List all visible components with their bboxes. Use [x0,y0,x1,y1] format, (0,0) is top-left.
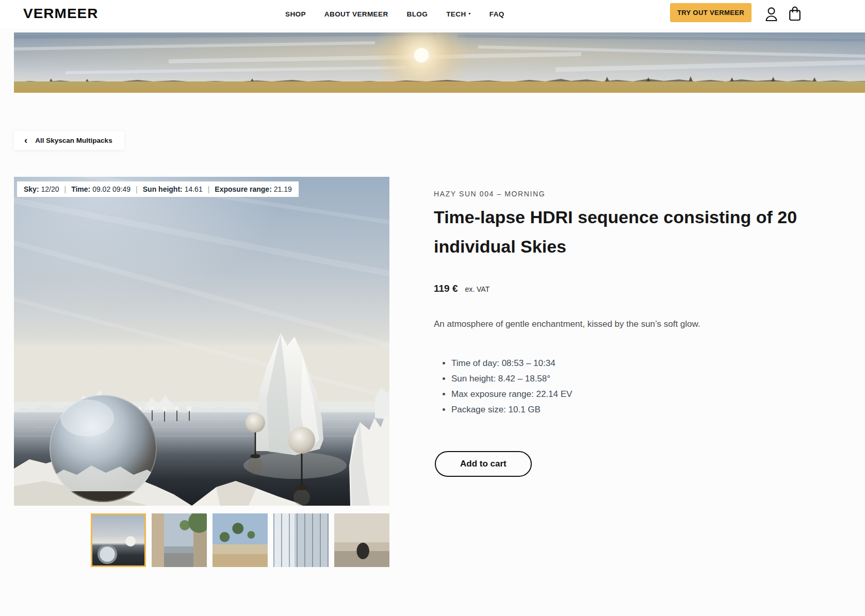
try-out-vermeer-button[interactable]: TRY OUT VERMEER [670,3,752,22]
back-to-multipacks-button[interactable]: ‹ All Skyscan Multipacks [14,131,124,150]
spec-sun-height: Sun height: 8.42 – 18.58° [451,371,572,387]
overlay-time-label: Time: [71,185,90,193]
spec-time-of-day: Time of day: 08:53 – 10:34 [451,356,572,371]
product-price: 119 € [434,283,458,294]
overlay-sky-value: 12/20 [41,185,59,193]
thumbnail-city-street[interactable] [152,513,207,567]
spec-exposure-range: Max exposure range: 22.14 EV [451,387,572,402]
product-title: Time-lapse HDRI sequence consisting of 2… [434,203,865,261]
main-nav: SHOP ABOUT VERMEER BLOG TECH • FAQ [285,0,504,28]
product-page: VERMEER SHOP ABOUT VERMEER BLOG TECH • F… [0,0,865,616]
overlay-sun-height-label: Sun height: [143,185,183,193]
thumbnail-interior[interactable] [273,513,329,567]
nav-about-vermeer[interactable]: ABOUT VERMEER [324,10,388,18]
account-icon[interactable] [765,6,778,24]
spec-package-size: Package size: 10.1 GB [451,402,572,418]
overlay-separator: | [207,185,210,193]
overlay-sky-label: Sky: [24,185,39,193]
price-row: 119 € ex. VAT [434,283,489,294]
product-description: An atmosphere of gentle enchantment, kis… [434,319,846,329]
product-eyebrow: HAZY SUN 004 – MORNING [434,190,545,198]
sky-info-overlay: Sky: 12/20 | Time: 09.02 09:49 | Sun hei… [17,181,299,197]
overlay-separator: | [135,185,138,193]
tax-note: ex. VAT [465,285,490,293]
nav-tech-label: TECH [446,10,466,18]
overlay-exposure-label: Exposure range: [215,185,271,193]
arctic-scene-illustration [14,177,389,506]
thumbnail-strip [91,513,389,567]
spec-list: Time of day: 08:53 – 10:34 Sun height: 8… [443,356,572,418]
nav-faq[interactable]: FAQ [489,10,504,18]
back-button-label: All Skyscan Multipacks [35,137,112,144]
overlay-exposure-value: 21.19 [274,185,292,193]
dropdown-indicator-icon: • [469,10,471,16]
thumbnail-arctic-scene[interactable] [91,513,146,567]
vermeer-logo[interactable]: VERMEER [23,6,98,21]
overlay-sun-height-value: 14.61 [185,185,203,193]
add-to-cart-button[interactable]: Add to cart [435,451,532,477]
nav-tech[interactable]: TECH • [446,10,471,18]
thumbnail-road-car[interactable] [334,513,389,567]
nav-blog[interactable]: BLOG [407,10,428,18]
nav-shop[interactable]: SHOP [285,10,306,18]
thumbnail-tropical-beach[interactable] [213,513,268,567]
overlay-time-value: 09.02 09:49 [92,185,130,193]
cart-icon[interactable] [789,6,801,24]
overlay-separator: | [64,185,67,193]
product-image[interactable]: Sky: 12/20 | Time: 09.02 09:49 | Sun hei… [14,177,389,506]
hero-sky-illustration [14,32,865,93]
hero-panorama-image [14,32,865,93]
chevron-left-icon: ‹ [24,135,27,145]
header: VERMEER SHOP ABOUT VERMEER BLOG TECH • F… [0,0,865,28]
